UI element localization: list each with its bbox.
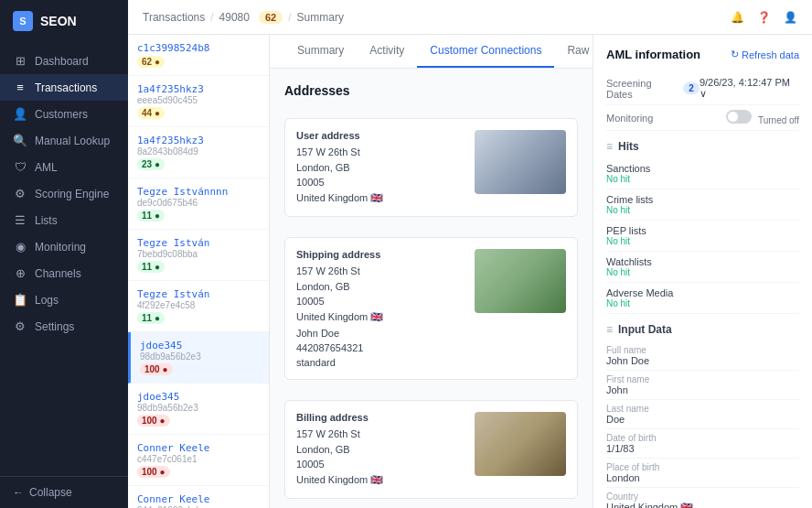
score-value: 44 ●: [137, 107, 165, 119]
tab-raw-data[interactable]: Raw Data: [554, 35, 593, 68]
monitoring-toggle[interactable]: [726, 110, 752, 124]
collapse-button[interactable]: ← Collapse: [0, 476, 128, 508]
notification-icon[interactable]: 🔔: [731, 11, 744, 24]
screening-chevron[interactable]: ∨: [700, 88, 707, 99]
user-addr-line3: 10005: [296, 175, 464, 190]
hit-adverse-media: Adverse Media No hit: [606, 283, 799, 314]
txn-score: 100 ●: [140, 363, 260, 375]
transaction-item[interactable]: Tegze István 7bebd9c08bba 11 ●: [128, 230, 269, 281]
breadcrumb-id[interactable]: 49080: [219, 11, 250, 24]
shipping-addr-image: [475, 249, 566, 313]
screening-dates-row: Screening Dates 2 9/26/23, 4:12:47 PM ∨: [606, 72, 799, 105]
user-addr-image: [475, 130, 566, 194]
screening-label-text: Screening Dates: [606, 78, 679, 100]
txn-score: 44 ●: [137, 107, 260, 119]
dob-label: Date of birth: [606, 433, 799, 443]
score-value: 100 ●: [137, 466, 170, 478]
fullname-label: Full name: [606, 345, 799, 355]
hits-section-header: ≡ Hits: [606, 140, 799, 153]
hit-pep-status: No hit: [606, 236, 799, 246]
help-icon[interactable]: ❓: [757, 11, 771, 24]
sidebar-item-settings[interactable]: ⚙ Settings: [0, 313, 128, 340]
score-value: 100 ●: [137, 415, 170, 427]
sidebar-item-manual-lookup[interactable]: 🔍 Manual Lookup: [0, 127, 128, 154]
detail-tabs: Summary Activity Customer Connections Ra…: [270, 35, 593, 69]
pob-label: Place of birth: [606, 462, 799, 472]
sidebar-item-label: Monitoring: [35, 241, 86, 254]
main-area: Transactions / 49080 62 / Summary 🔔 ❓ 👤 …: [128, 0, 812, 508]
hit-adverse-status: No hit: [606, 298, 799, 308]
transaction-item[interactable]: Tegze Istvánnnn de9c0d675b46 11 ●: [128, 178, 269, 230]
hits-heading: Hits: [618, 140, 639, 153]
hit-crime-status: No hit: [606, 205, 799, 215]
channels-icon: ⊕: [13, 266, 27, 280]
customers-icon: 👤: [13, 107, 27, 121]
sidebar-item-dashboard[interactable]: ⊞ Dashboard: [0, 48, 128, 74]
transaction-item[interactable]: Conner Keele 944e01090abd 100 ●: [128, 486, 269, 508]
txn-id: Tegze István: [137, 288, 260, 300]
collapse-icon: ←: [13, 486, 24, 499]
shipping-addr-extra1: John Doe: [296, 328, 464, 339]
user-address-info: User address 157 W 26th St London, GB 10…: [296, 130, 464, 205]
lists-icon: ☰: [13, 213, 27, 227]
breadcrumb-summary[interactable]: Summary: [297, 11, 344, 24]
txn-id: Conner Keele: [137, 493, 260, 505]
fullname-value: John Doe: [606, 355, 799, 366]
input-lastname: Last name Doe: [606, 400, 799, 429]
screening-date-text: 9/26/23, 4:12:47 PM: [700, 77, 790, 88]
breadcrumb-transactions[interactable]: Transactions: [143, 11, 205, 24]
lookup-icon: 🔍: [13, 134, 27, 147]
billing-addr-line1: 157 W 26th St: [296, 427, 464, 442]
tab-summary[interactable]: Summary: [284, 35, 357, 68]
aml-header: AML information ↻ Refresh data: [606, 48, 799, 61]
txn-sub: 8a2843b084d9: [137, 146, 260, 157]
screening-badge: 2: [683, 82, 700, 94]
score-value: 11 ●: [137, 210, 165, 222]
transaction-item[interactable]: 1a4f235hkz3 eeea5d90c455 44 ●: [128, 76, 269, 127]
billing-addr-image: [475, 412, 566, 476]
hit-watchlist-name: Watchlists: [606, 256, 799, 267]
shipping-addr-img-placeholder: [475, 249, 566, 313]
app-name: SEON: [40, 14, 77, 28]
sidebar-item-aml[interactable]: 🛡 AML: [0, 154, 128, 180]
transaction-item[interactable]: c1c3998524b8 62 ●: [128, 35, 269, 76]
sidebar-item-scoring-engine[interactable]: ⚙ Scoring Engine: [0, 180, 128, 207]
shipping-addr-type: Shipping address: [296, 249, 464, 260]
refresh-button[interactable]: ↻ Refresh data: [731, 49, 799, 60]
billing-address-info: Billing address 157 W 26th St London, GB…: [296, 412, 464, 487]
sidebar-nav: ⊞ Dashboard ≡ Transactions 👤 Customers 🔍…: [0, 42, 128, 476]
sidebar-item-lists[interactable]: ☰ Lists: [0, 207, 128, 233]
user-addr-line4: United Kingdom 🇬🇧: [296, 190, 464, 206]
transaction-item[interactable]: Tegze István 4f292e7e4c58 11 ●: [128, 281, 269, 332]
scoring-icon: ⚙: [13, 187, 27, 200]
monitoring-status: Turned off: [758, 115, 799, 125]
topbar-actions: 🔔 ❓ 👤: [731, 11, 797, 24]
transaction-item[interactable]: jdoe345 98db9a56b2e3 100 ●: [128, 384, 269, 435]
sidebar-item-logs[interactable]: 📋 Logs: [0, 286, 128, 313]
input-pob: Place of birth London: [606, 459, 799, 488]
toggle-knob: [728, 112, 738, 122]
sidebar-item-monitoring[interactable]: ◉ Monitoring: [0, 233, 128, 260]
sidebar-item-transactions[interactable]: ≡ Transactions: [0, 74, 128, 101]
txn-id: Tegze Istvánnnn: [137, 186, 260, 198]
tab-customer-connections[interactable]: Customer Connections: [417, 35, 554, 68]
monitoring-row: Monitoring Turned off: [606, 105, 799, 131]
shipping-address-card: Shipping address 157 W 26th St London, G…: [284, 237, 578, 380]
transaction-item[interactable]: 1a4f235hkz3 8a2843b084d9 23 ●: [128, 127, 269, 178]
txn-sub: de9c0d675b46: [137, 198, 260, 208]
hit-pep-name: PEP lists: [606, 225, 799, 236]
sidebar-item-channels[interactable]: ⊕ Channels: [0, 260, 128, 286]
input-country: Country United Kingdom 🇬🇧: [606, 488, 799, 508]
tab-activity[interactable]: Activity: [357, 35, 417, 68]
user-icon[interactable]: 👤: [784, 11, 797, 24]
txn-id: Tegze István: [137, 237, 260, 249]
user-addr-line1: 157 W 26th St: [296, 145, 464, 160]
firstname-value: John: [606, 384, 799, 395]
aml-title: AML information: [606, 48, 700, 61]
aml-panel: AML information ↻ Refresh data Screening…: [593, 35, 812, 508]
transaction-item[interactable]: Conner Keele c447e7c061e1 100 ●: [128, 435, 269, 486]
sidebar-item-customers[interactable]: 👤 Customers: [0, 101, 128, 127]
refresh-icon: ↻: [731, 49, 739, 60]
sidebar-item-label: Channels: [35, 267, 81, 280]
transaction-item[interactable]: jdoe345 98db9a56b2e3 100 ●: [128, 332, 269, 384]
